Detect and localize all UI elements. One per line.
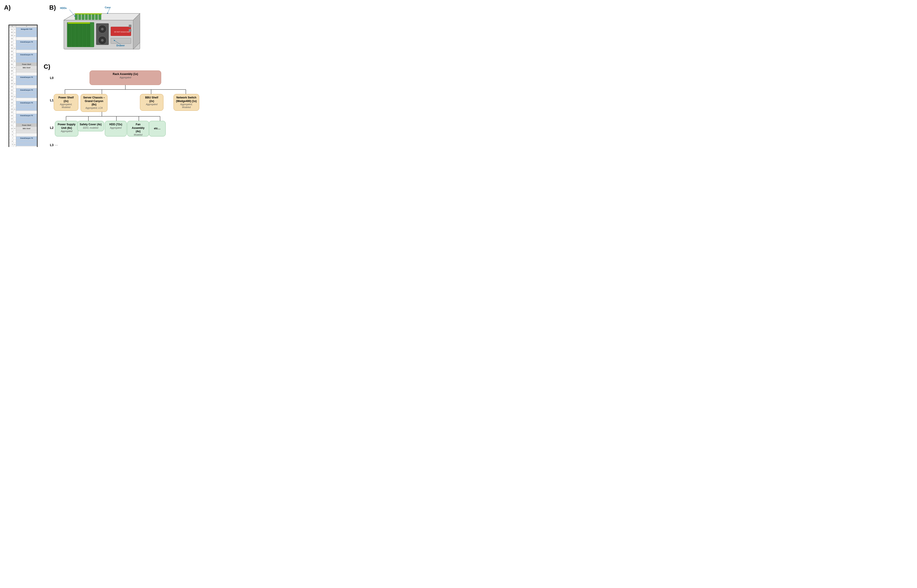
rack-slot-power: Power Shelf xyxy=(16,123,37,127)
svg-rect-24 xyxy=(85,14,88,20)
rack-row: 312U xyxy=(9,60,37,63)
rack-row: 25 xyxy=(9,79,37,82)
rack-slot-grandcanyon xyxy=(16,108,37,110)
section-a-label: A) xyxy=(4,4,11,11)
l2-psu-sub: Aggregated xyxy=(57,130,76,132)
rack-row: 36 xyxy=(9,44,37,47)
svg-rect-29 xyxy=(75,13,102,15)
rack-row: 38 xyxy=(9,37,37,40)
rack-slot-empty xyxy=(16,73,37,75)
callout-drawer: Drawer xyxy=(116,44,125,47)
l1-bbu-shelf-sub: Aggregated xyxy=(142,103,161,106)
server-svg: DO NOT remove draw xyxy=(57,11,154,56)
svg-rect-27 xyxy=(95,14,98,20)
rack-row: 22GrandCanyon T5 xyxy=(9,88,37,92)
l2-hdd-box: HDD (72x) Aggregated xyxy=(105,121,127,136)
server-diagram: DO NOT remove draw HDDs Case xyxy=(45,3,157,61)
rack-row: 15 xyxy=(9,111,37,114)
rack-row: 103UBBU Shelf xyxy=(9,127,37,130)
l1-power-shelf-sub: Aggregated, Modeled xyxy=(56,103,76,109)
rack-row: 293UBBU Shelf xyxy=(9,66,37,69)
l1-power-shelf-title: Power Shelf (2x) xyxy=(56,96,76,103)
rack-row: 30Power Shelf xyxy=(9,63,37,66)
rack-row: 17 xyxy=(9,105,37,108)
rack-row: 411UWedge400 TOR xyxy=(9,27,37,31)
rack-slot-power: Power Shelf xyxy=(16,63,37,66)
rack-row: 202U xyxy=(9,95,37,98)
rack-slot-grandcanyon xyxy=(16,120,37,123)
rack-slot-grandcanyon xyxy=(16,92,37,95)
l2-psu-box: Power Supply Unit (6x) Aggregated xyxy=(55,121,78,136)
l2-fan-assembly-title: Fan Assembly (4x) xyxy=(129,123,147,133)
level-l1-label: L1 xyxy=(50,99,53,102)
rack-row: 4 xyxy=(9,146,37,147)
l1-server-chassis-title: Server Chassis – Grand Canyon (8x) xyxy=(83,96,105,107)
rack-container: ##411UWedge400 TOR401U391U3837GrandCanyo… xyxy=(8,24,37,147)
svg-point-12 xyxy=(101,28,104,31)
svg-rect-6 xyxy=(76,23,79,46)
rack-row: 14GrandCanyon T5 xyxy=(9,114,37,117)
rack-slot-bbu xyxy=(16,69,37,72)
l2-hdd-title: HDD (72x) xyxy=(107,123,124,126)
l0-sub: Aggregated xyxy=(92,76,159,79)
l2-etc-box: etc… xyxy=(149,121,166,136)
level-l3-dots: … xyxy=(55,142,58,146)
svg-rect-8 xyxy=(83,23,86,46)
rack-slot-grandcanyon xyxy=(16,79,37,82)
rack-slot-grandcanyon: GrandCanyon T5 xyxy=(16,114,37,117)
svg-rect-26 xyxy=(92,14,94,20)
rack-slot-grandcanyon xyxy=(16,140,37,143)
rack-slot-grandcanyon: GrandCanyon T5 xyxy=(16,88,37,92)
l2-psu-title: Power Supply Unit (6x) xyxy=(57,123,76,130)
svg-point-14 xyxy=(101,39,104,42)
rack-slot-wedge xyxy=(16,31,37,34)
rack-row: 391U xyxy=(9,34,37,37)
rack-row: 401U xyxy=(9,31,37,34)
rack-row: 13 xyxy=(9,117,37,120)
rack-row: 34 xyxy=(9,50,37,53)
rack-row: 28 xyxy=(9,69,37,73)
rack-row: 23 xyxy=(9,85,37,88)
svg-rect-28 xyxy=(99,14,101,20)
rack-row: 6 xyxy=(9,140,37,143)
rack-slot-wedge: Wedge400 TOR xyxy=(16,27,37,31)
l2-etc-title: etc… xyxy=(154,127,160,131)
svg-rect-17 xyxy=(111,38,131,44)
rack-slot-empty xyxy=(16,133,37,136)
rack-row: 37GrandCanyon T5 xyxy=(9,40,37,44)
rack-slot-grandcanyon xyxy=(16,95,37,98)
rack-row: 32 xyxy=(9,57,37,60)
rack-row: 162U xyxy=(9,108,37,111)
l1-power-shelf-box: Power Shelf (2x) Aggregated, Modeled xyxy=(54,94,78,111)
l0-title: Rack Assembly (1x) xyxy=(92,73,159,76)
rack-row: 26GrandCanyon T5 xyxy=(9,76,37,79)
l1-network-switch-title: Network Switch (Wedge400) (1x) xyxy=(176,96,197,103)
svg-rect-25 xyxy=(89,14,91,20)
rack-slot-grandcanyon xyxy=(16,105,37,107)
rack-row: 19 xyxy=(9,98,37,101)
level-l0-label: L0 xyxy=(50,76,53,80)
l1-network-switch-box: Network Switch (Wedge400) (1x) Aggregate… xyxy=(173,94,199,111)
rack-slot-grandcanyon xyxy=(16,47,37,50)
rack-row: 52U xyxy=(9,143,37,146)
rack-slot-empty xyxy=(16,37,37,40)
rack-slot-grandcanyon: GrandCanyon T5 xyxy=(16,76,37,79)
l1-bbu-shelf-title: BBU Shelf (2x) xyxy=(142,96,161,103)
section-c-label: C) xyxy=(44,63,50,70)
rack-slot-grandcanyon xyxy=(16,60,37,62)
rack-row: 242U xyxy=(9,82,37,85)
rack-slot-empty xyxy=(16,98,37,101)
rack-row: 7GrandCanyon T5 xyxy=(9,136,37,140)
svg-text:DO NOT remove draw: DO NOT remove draw xyxy=(114,31,130,33)
rack-row: 11Power Shelf xyxy=(9,123,37,127)
rack-slot-grandcanyon: GrandCanyon T5 xyxy=(16,101,37,104)
svg-rect-22 xyxy=(78,14,81,20)
rack-slot-empty xyxy=(16,85,37,88)
l2-fan-assembly-box: Fan Assembly (4x) Modeled xyxy=(127,121,149,136)
rack-slot-grandcanyon: GrandCanyon T5 xyxy=(16,40,37,44)
svg-rect-23 xyxy=(82,14,84,20)
rack-slot-grandcanyon: GrandCanyon T5 xyxy=(16,53,37,56)
l1-network-switch-sub: Aggregated, Modeled xyxy=(176,103,197,109)
rack-slot-empty xyxy=(16,146,37,147)
level-l2-label: L2 xyxy=(50,126,53,129)
